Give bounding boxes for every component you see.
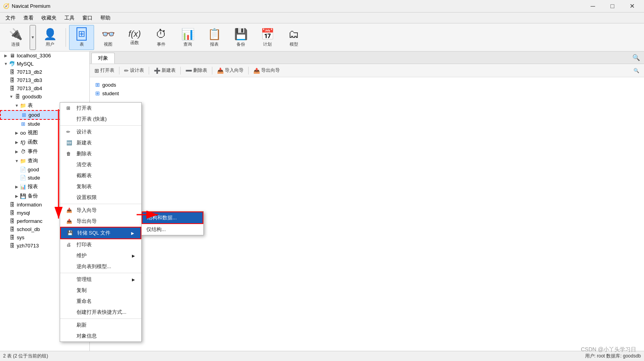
- toolbar-model[interactable]: 🗂 模型: [281, 25, 306, 50]
- ctx-create-shortcut[interactable]: 创建打开表快捷方式...: [60, 307, 141, 318]
- open-table-button[interactable]: ⊞ 打开表: [91, 66, 117, 75]
- plan-icon: 📅: [261, 28, 274, 41]
- ctx-export-icon: 📤: [66, 219, 74, 224]
- ctx-delete-table[interactable]: 🗑 删除表: [60, 148, 141, 159]
- ctx-refresh[interactable]: 刷新: [60, 320, 141, 331]
- import-wizard-button[interactable]: 📥 导入向导: [214, 66, 247, 75]
- db-icon: 🗄: [9, 69, 16, 75]
- sub-ctx-structure-data[interactable]: 结构和数据...: [142, 212, 203, 224]
- localhost-label: localhost_3306: [17, 53, 88, 59]
- toolbar-view-label: 视图: [104, 41, 112, 47]
- ctx-copy-label: 复制表: [76, 183, 135, 190]
- action-toolbar: ⊞ 打开表 ✏ 设计表 ➕ 新建表 ➖ 删除表 📥 导入向导: [90, 64, 644, 77]
- function-icon: f(x): [128, 29, 141, 39]
- ctx-open-table[interactable]: ⊞ 打开表: [60, 103, 141, 114]
- delete-table-label: 删除表: [193, 67, 207, 74]
- ctx-group-arrow: ▶: [132, 277, 135, 282]
- object-item-student[interactable]: ⊞ student: [93, 89, 641, 98]
- ctx-refresh-label: 刷新: [76, 322, 135, 329]
- toolbar-view[interactable]: 👓 视图: [96, 25, 121, 50]
- toolbar-function-label: 函数: [130, 40, 139, 46]
- ctx-dump-sql[interactable]: 💾 转储 SQL 文件 ▶: [60, 227, 141, 239]
- new-table-button[interactable]: ➕ 新建表: [151, 66, 179, 75]
- object-item-goods[interactable]: ⊞ goods: [93, 80, 641, 89]
- import-icon: 📥: [217, 68, 224, 74]
- toolbar-report[interactable]: 📋 报表: [202, 25, 227, 50]
- ctx-manage-group[interactable]: 管理组 ▶: [60, 274, 141, 285]
- export-wizard-button[interactable]: 📤 导出向导: [250, 66, 283, 75]
- title-bar: 🧭 Navicat Premium ─ □ ✕: [0, 0, 644, 12]
- toolbar-event[interactable]: ⏱ 事件: [149, 25, 174, 50]
- toolbar-connect-label: 连接: [11, 41, 20, 47]
- menu-help[interactable]: 帮助: [96, 13, 114, 23]
- ctx-export-wizard[interactable]: 📤 导出向导: [60, 216, 141, 227]
- ctx-reverse-table[interactable]: 逆向表到模型...: [60, 261, 141, 272]
- collapse-arrow: ▶: [14, 194, 20, 198]
- ctx-export-label: 导出向导: [76, 218, 135, 225]
- toolbar-connect[interactable]: 🔌 连接: [3, 25, 28, 50]
- toolbar-connect-arrow[interactable]: ▼: [30, 25, 36, 50]
- menu-view[interactable]: 查看: [20, 13, 37, 23]
- sidebar-item-db3[interactable]: 🗄 70713_db3: [0, 76, 89, 84]
- new-table-label: 新建表: [162, 67, 176, 74]
- ctx-import-wizard[interactable]: 📥 导入向导: [60, 205, 141, 216]
- menu-file[interactable]: 文件: [2, 13, 20, 23]
- ctx-delete-icon: 🗑: [66, 151, 74, 156]
- ctx-open-table-fast[interactable]: 打开表 (快速): [60, 114, 141, 124]
- toolbar-backup[interactable]: 💾 备份: [228, 25, 253, 50]
- ctx-maintain[interactable]: 维护 ▶: [60, 250, 141, 261]
- ctx-design-table[interactable]: ✏ 设计表: [60, 126, 141, 137]
- ctx-copy2-label: 复制: [76, 287, 135, 294]
- design-table-label: 设计表: [130, 67, 144, 74]
- ctx-copy[interactable]: 复制: [60, 285, 141, 296]
- db-icon: 🗄: [9, 243, 16, 249]
- ctx-truncate-table[interactable]: 截断表: [60, 170, 141, 181]
- menu-favorites[interactable]: 收藏夹: [37, 13, 60, 23]
- toolbar-function[interactable]: f(x) 函数: [122, 25, 147, 50]
- search-action-button[interactable]: 🔍: [630, 67, 642, 75]
- delete-table-button[interactable]: ➖ 删除表: [182, 66, 210, 75]
- ctx-set-permission[interactable]: 设置权限: [60, 192, 141, 203]
- ctx-import-icon: 📥: [66, 208, 74, 213]
- menu-tools[interactable]: 工具: [60, 13, 78, 23]
- close-button[interactable]: ✕: [623, 0, 641, 12]
- toolbar-user[interactable]: 👤 用户: [37, 25, 62, 50]
- sidebar-item-db2[interactable]: 🗄 70713_db2: [0, 68, 89, 76]
- sidebar-item-localhost[interactable]: ▶ 🖥 localhost_3306: [0, 52, 89, 60]
- sidebar-item-mysql[interactable]: ▼ 🐬 MySQL: [0, 60, 89, 68]
- maximize-button[interactable]: □: [603, 0, 621, 12]
- toolbar-table[interactable]: ⊞ 表: [69, 25, 94, 50]
- student-label: student: [102, 91, 119, 96]
- ctx-object-info[interactable]: 对象信息: [60, 331, 141, 341]
- ctx-import-label: 导入向导: [76, 207, 135, 214]
- sub-ctx-structure-only[interactable]: 仅结构...: [142, 224, 203, 235]
- mysql-icon: 🐬: [9, 61, 16, 67]
- view-icon: 👓: [101, 28, 115, 41]
- ctx-copy-table[interactable]: 复制表: [60, 181, 141, 192]
- expand-arrow: ▼: [3, 62, 9, 66]
- ctx-rename-label: 重命名: [76, 298, 135, 305]
- toolbar-query[interactable]: 📊 查询: [175, 25, 200, 50]
- toolbar-plan[interactable]: 📅 计划: [255, 25, 280, 50]
- collapse-arrow: ▶: [14, 185, 20, 189]
- tab-objects[interactable]: 对象: [91, 53, 115, 64]
- toolbar: 🔌 连接 ▼ 👤 用户 ⊞ 表 👓 视图 f(x) 函数 ⏱ 事件 📊 查询 📋…: [0, 23, 644, 52]
- sidebar-item-db4[interactable]: 🗄 70713_db4: [0, 84, 89, 92]
- minimize-button[interactable]: ─: [584, 0, 602, 12]
- ctx-clear-table[interactable]: 清空表: [60, 159, 141, 170]
- ctx-new-table[interactable]: 🆕 新建表: [60, 137, 141, 148]
- search-icon[interactable]: 🔍: [630, 52, 642, 63]
- ctx-sep-2: [60, 204, 141, 204]
- tab-right: 🔍: [630, 52, 642, 64]
- ctx-open-label: 打开表: [76, 105, 135, 112]
- tab-bar: 对象 🔍: [90, 52, 644, 64]
- design-table-button[interactable]: ✏ 设计表: [121, 66, 147, 75]
- ctx-delete-label: 删除表: [76, 150, 135, 157]
- menu-window[interactable]: 窗口: [78, 13, 96, 23]
- func-icon: f(): [20, 139, 27, 145]
- export-icon: 📤: [253, 68, 260, 74]
- ctx-new-label: 新建表: [76, 139, 135, 146]
- ctx-rename[interactable]: 重命名: [60, 296, 141, 307]
- ctx-print-table[interactable]: 🖨 打印表: [60, 239, 141, 250]
- sidebar-item-goodsdb[interactable]: ▼ 🗄 goodsdb: [0, 92, 89, 101]
